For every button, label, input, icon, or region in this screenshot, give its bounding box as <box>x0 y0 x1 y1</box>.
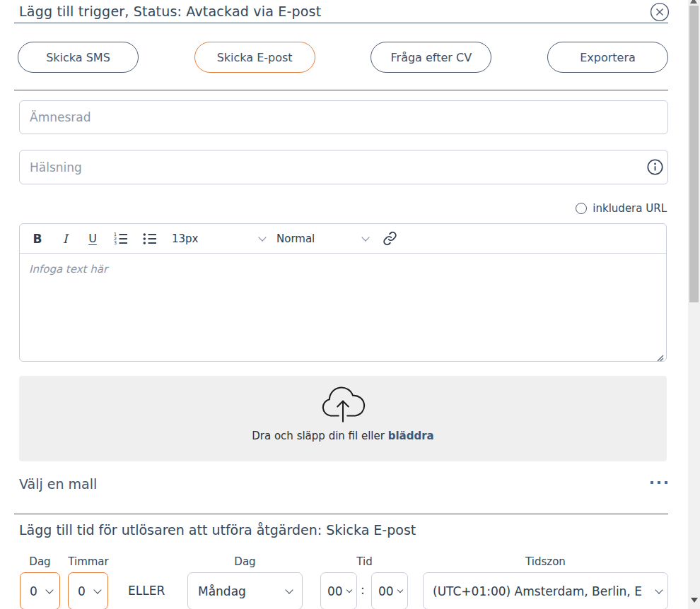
timezone-select[interactable]: (UTC+01:00) Amsterdam, Berlin, E <box>423 572 668 609</box>
timezone-label: Tidszon <box>423 555 668 568</box>
hours-label: Timmar <box>66 555 111 568</box>
close-button[interactable] <box>650 2 670 22</box>
ordered-list-icon: 1 2 3 <box>114 232 128 244</box>
chevron-down-icon <box>285 586 293 593</box>
close-icon <box>650 2 670 22</box>
resize-handle[interactable] <box>655 351 664 360</box>
greeting-info-button[interactable] <box>647 159 663 175</box>
weekday-select[interactable]: Måndag <box>187 572 303 609</box>
action-button-row: Skicka SMS Skicka E-post Fråga efter CV … <box>18 42 668 73</box>
editor-toolbar: B I U 1 2 3 <box>20 224 666 254</box>
hour-select[interactable]: 00 <box>320 572 357 609</box>
hours-select[interactable]: 0 <box>68 572 108 609</box>
export-button[interactable]: Exportera <box>547 42 668 73</box>
subject-input[interactable] <box>19 100 668 134</box>
include-url-label: inkludera URL <box>593 202 667 215</box>
browse-link[interactable]: bläddra <box>388 430 434 442</box>
weekday-label: Dag <box>187 555 303 568</box>
section-divider <box>14 90 668 90</box>
chevron-down-icon <box>258 233 266 241</box>
drop-text: Dra och släpp din fil eller <box>252 430 385 442</box>
scroll-up-arrow-icon[interactable] <box>690 0 697 4</box>
info-icon <box>647 159 663 175</box>
bullet-list-button[interactable] <box>143 232 157 244</box>
minute-select-value: 00 <box>378 584 394 598</box>
scrollbar-thumb[interactable] <box>689 6 699 302</box>
minute-select[interactable]: 00 <box>371 572 408 609</box>
font-size-dropdown[interactable]: 13px <box>172 232 265 245</box>
modal-title: Lägg till trigger, Status: Avtackad via … <box>19 4 321 19</box>
scrollbar-track[interactable] <box>688 0 700 609</box>
greeting-input[interactable] <box>19 150 668 184</box>
upload-cloud-icon <box>320 384 366 425</box>
chevron-down-icon <box>45 586 53 593</box>
dropzone-text: Dra och släpp din fil eller bläddra <box>19 430 667 442</box>
resize-grip-icon <box>655 353 664 362</box>
hour-select-value: 00 <box>327 584 343 598</box>
link-icon <box>383 231 397 246</box>
time-separator: : <box>361 583 365 597</box>
hours-select-value: 0 <box>78 584 86 598</box>
paragraph-format-dropdown[interactable]: Normal <box>276 232 368 245</box>
time-label: Tid <box>320 555 409 568</box>
day-select[interactable]: 0 <box>20 572 60 609</box>
weekday-select-value: Måndag <box>198 584 246 598</box>
send-sms-button[interactable]: Skicka SMS <box>18 42 139 73</box>
day-select-value: 0 <box>30 584 37 598</box>
chevron-down-icon <box>346 586 352 592</box>
font-size-value: 13px <box>172 232 199 245</box>
include-url-option[interactable]: inkludera URL <box>576 202 667 215</box>
file-dropzone[interactable]: Dra och släpp din fil eller bläddra <box>19 376 667 461</box>
include-url-radio[interactable] <box>576 203 587 214</box>
bold-button[interactable]: B <box>31 232 44 246</box>
more-options-icon[interactable] <box>651 481 667 484</box>
schedule-divider <box>14 514 668 514</box>
ask-for-cv-button[interactable]: Fråga efter CV <box>371 42 491 73</box>
schedule-heading: Lägg till tid för utlösaren att utföra å… <box>19 522 416 538</box>
timezone-select-value: (UTC+01:00) Amsterdam, Berlin, E <box>433 584 642 598</box>
add-trigger-modal: Lägg till trigger, Status: Avtackad via … <box>0 0 700 609</box>
header-divider <box>14 23 668 23</box>
chevron-down-icon <box>397 586 403 592</box>
scroll-down-arrow-icon[interactable] <box>691 598 698 603</box>
svg-text:3: 3 <box>114 240 117 244</box>
day-label: Dag <box>20 555 60 568</box>
chevron-down-icon <box>361 233 369 241</box>
chevron-down-icon <box>655 586 663 593</box>
send-email-button[interactable]: Skicka E-post <box>194 42 315 73</box>
ordered-list-button[interactable]: 1 2 3 <box>114 232 128 244</box>
editor-placeholder: Infoga text här <box>29 263 107 276</box>
underline-button[interactable]: U <box>86 232 99 245</box>
email-body-editor: B I U 1 2 3 <box>19 223 667 362</box>
editor-text-area[interactable]: Infoga text här <box>20 254 666 362</box>
insert-link-button[interactable] <box>383 231 397 246</box>
chevron-down-icon <box>93 586 101 593</box>
bullet-list-icon <box>143 232 157 244</box>
italic-button[interactable]: I <box>59 232 71 246</box>
paragraph-format-value: Normal <box>276 232 315 245</box>
choose-template-label[interactable]: Välj en mall <box>19 476 97 492</box>
or-label: ELLER <box>128 584 165 598</box>
